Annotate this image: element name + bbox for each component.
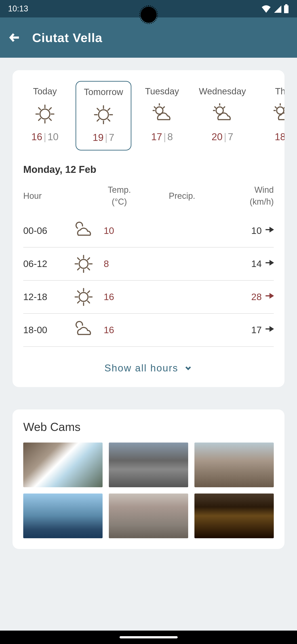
day-tabs[interactable]: Today 16|10 Tomorrow 19|7 Tuesday 17|8 W… <box>12 81 285 150</box>
temp-low: 7 <box>228 131 233 142</box>
cell-wind: 17 <box>225 324 274 336</box>
svg-line-32 <box>275 106 277 108</box>
wind-value: 28 <box>251 292 262 302</box>
cell-wind: 28 <box>225 291 274 302</box>
svg-point-46 <box>79 293 88 302</box>
svg-line-13 <box>108 119 110 121</box>
cell-hour: 18-00 <box>23 325 68 336</box>
cloudy-night-icon <box>68 320 99 340</box>
webcams-card: Web Cams <box>12 410 285 549</box>
cell-wind: 10 <box>225 225 274 236</box>
day-tab-thu[interactable]: Thu 18| <box>255 81 285 150</box>
show-all-hours-label: Show all hours <box>104 362 178 374</box>
svg-rect-1 <box>285 4 288 5</box>
svg-line-8 <box>39 108 40 110</box>
svg-line-50 <box>77 301 79 303</box>
svg-line-42 <box>77 258 79 260</box>
webcam-thumb[interactable] <box>109 494 188 538</box>
webcams-title: Web Cams <box>23 420 274 434</box>
svg-line-6 <box>39 118 40 120</box>
cell-wind: 14 <box>225 258 274 270</box>
status-time: 10:13 <box>8 4 28 14</box>
temp-high: 19 <box>93 132 104 143</box>
cell-hour: 12-18 <box>23 292 68 302</box>
svg-line-27 <box>214 106 216 108</box>
cell-temp: 16 <box>99 325 139 336</box>
temp-low: 7 <box>109 132 114 143</box>
hourly-row[interactable]: 18-00 16 17 <box>23 314 274 347</box>
svg-line-38 <box>88 268 89 270</box>
svg-line-28 <box>223 106 225 108</box>
temp-high: 17 <box>151 131 162 142</box>
svg-point-11 <box>99 110 108 120</box>
cell-hour: 06-12 <box>23 258 68 269</box>
webcam-thumb[interactable] <box>194 494 274 538</box>
sunny-icon <box>82 102 124 127</box>
wifi-icon <box>261 5 271 13</box>
sunny-icon <box>68 254 99 274</box>
page-title: Ciutat Vella <box>32 30 102 45</box>
svg-line-54 <box>88 291 89 293</box>
day-tab-temps: 17|8 <box>140 131 184 142</box>
sunny-icon <box>68 287 99 307</box>
cell-temp: 16 <box>99 292 139 302</box>
svg-point-36 <box>79 260 88 268</box>
date-heading: Monday, 12 Feb <box>12 150 285 184</box>
webcam-thumb[interactable] <box>23 494 103 538</box>
svg-rect-0 <box>284 5 289 13</box>
hourly-row[interactable]: 06-12 8 14 <box>23 248 274 281</box>
wind-arrow-icon <box>265 225 274 236</box>
cell-temp: 8 <box>99 258 139 269</box>
day-tab-label: Tuesday <box>140 86 184 96</box>
arrow-left-icon <box>8 31 21 44</box>
forecast-card: Today 16|10 Tomorrow 19|7 Tuesday 17|8 W… <box>12 70 285 387</box>
day-tab-temps: 19|7 <box>82 132 124 143</box>
camera-cutout <box>141 7 157 23</box>
day-tab-tomorrow[interactable]: Tomorrow 19|7 <box>75 81 131 150</box>
wind-value: 17 <box>251 325 262 336</box>
col-wind-header: Wind (km/h) <box>225 184 274 208</box>
svg-line-33 <box>284 106 285 108</box>
cell-hour: 00-06 <box>23 226 68 236</box>
day-tab-label: Wednesday <box>199 86 246 96</box>
wind-arrow-icon <box>265 324 274 336</box>
webcam-thumb[interactable] <box>109 442 188 487</box>
status-icons <box>261 4 289 13</box>
hourly-row[interactable]: 00-06 10 10 <box>23 214 274 248</box>
svg-line-23 <box>163 106 165 108</box>
temp-low: 10 <box>48 131 58 142</box>
webcam-thumb[interactable] <box>23 442 103 487</box>
svg-line-17 <box>97 108 99 110</box>
temp-low: 8 <box>167 131 173 142</box>
svg-line-22 <box>154 106 156 108</box>
table-header-row: Hour Temp. (°C) Precip. Wind (km/h) <box>23 184 274 214</box>
svg-point-2 <box>40 109 50 119</box>
col-temp-header: Temp. (°C) <box>99 184 139 208</box>
cloudy-night-icon <box>68 221 99 241</box>
webcams-grid <box>23 442 274 538</box>
day-tab-label: Thu <box>261 86 285 96</box>
webcam-thumb[interactable] <box>194 442 274 487</box>
nav-handle[interactable] <box>120 636 178 638</box>
day-tab-tuesday[interactable]: Tuesday 17|8 <box>134 81 190 150</box>
partly-cloudy-icon <box>261 102 285 126</box>
svg-line-48 <box>88 301 89 303</box>
col-precip-header: Precip. <box>139 190 225 202</box>
partly-cloudy-icon <box>140 102 184 126</box>
day-tab-wednesday[interactable]: Wednesday 20|7 <box>193 81 252 150</box>
day-tab-today[interactable]: Today 16|10 <box>17 81 73 150</box>
cell-signal-icon <box>273 5 281 13</box>
day-tab-label: Today <box>23 86 67 96</box>
day-tab-label: Tomorrow <box>82 87 124 97</box>
svg-line-40 <box>77 268 79 270</box>
chevron-down-icon <box>184 364 193 372</box>
hourly-row[interactable]: 12-18 16 28 <box>23 281 274 314</box>
svg-line-4 <box>49 118 51 120</box>
back-button[interactable] <box>8 31 21 44</box>
hourly-table: Hour Temp. (°C) Precip. Wind (km/h) 00-0… <box>12 184 285 347</box>
day-tab-temps: 16|10 <box>23 131 67 142</box>
show-all-hours-button[interactable]: Show all hours <box>12 362 285 374</box>
wind-arrow-icon <box>265 258 274 270</box>
wind-value: 14 <box>251 258 262 269</box>
temp-high: 20 <box>212 131 223 142</box>
